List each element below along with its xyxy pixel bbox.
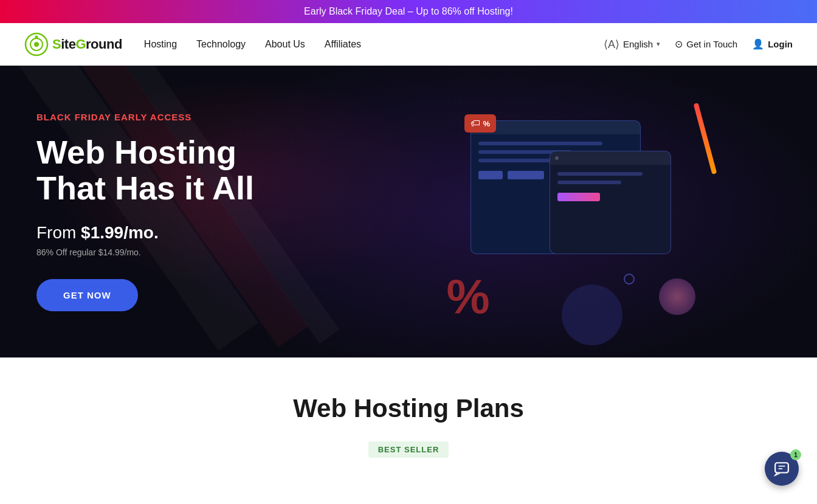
nav-left: SiteGround Hosting Technology About Us A…: [24, 32, 361, 57]
language-icon: ⟨A⟩: [604, 38, 619, 51]
circle-dark: [562, 285, 622, 345]
svg-rect-4: [775, 463, 788, 472]
browser-btn-s1: [557, 193, 600, 201]
browser-btn-1: [478, 171, 503, 179]
hero-title-line1: Web Hosting: [36, 134, 236, 170]
contact-button[interactable]: ⊙ Get in Touch: [675, 38, 737, 50]
hero-title: Web Hosting That Has it All: [36, 134, 254, 207]
nav-item-affiliates[interactable]: Affiliates: [325, 39, 361, 50]
logo-icon: [24, 32, 49, 57]
illustration-wrapper: 🏷 % %: [440, 90, 744, 333]
nav-item-technology[interactable]: Technology: [196, 39, 246, 50]
logo-text-part2: G: [75, 36, 86, 52]
logo-text-part1: S: [52, 36, 61, 52]
nav-right: ⟨A⟩ English ▾ ⊙ Get in Touch 👤 Login: [604, 38, 793, 51]
hero-sub: 86% Off regular $14.99/mo.: [36, 247, 254, 257]
browser-card-small: [550, 151, 671, 254]
svg-point-3: [35, 35, 38, 38]
nav-links: Hosting Technology About Us Affiliates: [144, 39, 361, 50]
tag-icon: 🏷: [471, 118, 480, 129]
price-prefix: From: [36, 223, 81, 242]
best-seller-badge: BEST SELLER: [368, 441, 449, 458]
browser-btn-2: [508, 171, 544, 179]
navbar: SiteGround Hosting Technology About Us A…: [0, 23, 817, 66]
browser-dot-s1: [555, 156, 559, 160]
get-now-button[interactable]: GET NOW: [36, 279, 138, 311]
hero-price: From $1.99/mo.: [36, 223, 254, 243]
browser-content-small: [550, 165, 670, 209]
browser-line-s1: [557, 172, 642, 176]
browser-line-1: [478, 142, 602, 145]
browser-line-s2: [557, 181, 621, 184]
percent-large: %: [446, 272, 489, 321]
slash-decoration: [694, 103, 717, 174]
language-selector[interactable]: ⟨A⟩ English ▾: [604, 38, 660, 51]
language-label: English: [623, 39, 653, 49]
login-label: Login: [768, 39, 793, 49]
hero-content: BLACK FRIDAY EARLY ACCESS Web Hosting Th…: [0, 75, 291, 348]
hero-illustration: 🏷 % %: [368, 66, 817, 357]
nav-item-about[interactable]: About Us: [265, 39, 305, 50]
chat-icon: [774, 461, 790, 477]
user-icon: 👤: [752, 38, 764, 50]
hero-tag: BLACK FRIDAY EARLY ACCESS: [36, 112, 254, 122]
question-icon: ⊙: [675, 38, 683, 50]
plans-section: Web Hosting Plans BEST SELLER: [0, 357, 817, 488]
logo-text: SiteGround: [52, 36, 122, 52]
nav-item-hosting[interactable]: Hosting: [144, 39, 177, 50]
logo[interactable]: SiteGround: [24, 32, 122, 57]
hero-title-line2: That Has it All: [36, 170, 254, 206]
svg-point-2: [34, 42, 39, 47]
browser-bar: [471, 121, 640, 134]
browser-btn-row-s: [557, 193, 663, 201]
section-title: Web Hosting Plans: [24, 394, 793, 423]
chat-badge: 1: [790, 449, 801, 460]
dot-ring: [624, 274, 635, 285]
login-button[interactable]: 👤 Login: [752, 38, 793, 50]
discount-badge: 🏷 %: [464, 114, 496, 133]
circle-pink: [659, 278, 695, 315]
banner-text: Early Black Friday Deal – Up to 86% off …: [304, 6, 513, 16]
chevron-down-icon: ▾: [657, 40, 660, 48]
chat-widget[interactable]: 1: [765, 452, 799, 486]
get-now-label: GET NOW: [63, 290, 111, 300]
hero-section: BLACK FRIDAY EARLY ACCESS Web Hosting Th…: [0, 66, 817, 357]
contact-label: Get in Touch: [686, 39, 737, 49]
price-value: $1.99/mo.: [81, 223, 159, 242]
browser-bar-small: [550, 151, 670, 165]
promotional-banner[interactable]: Early Black Friday Deal – Up to 86% off …: [0, 0, 817, 23]
discount-text: %: [483, 119, 490, 128]
